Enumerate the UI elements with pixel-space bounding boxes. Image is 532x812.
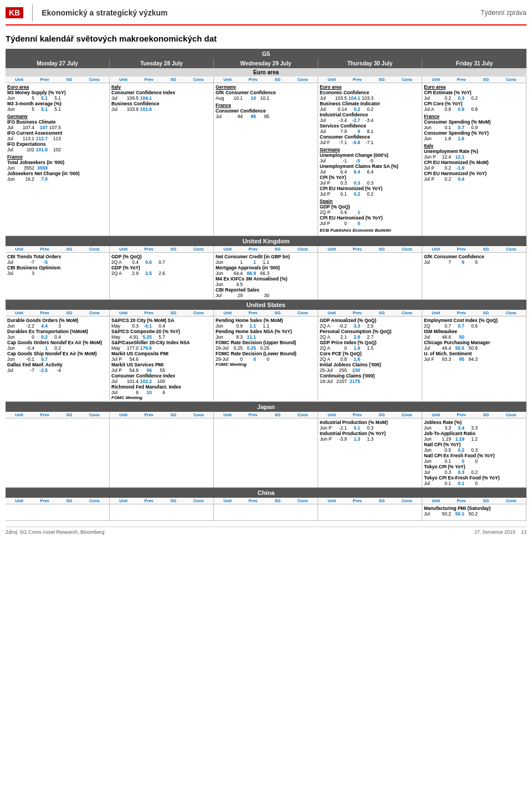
- euro-unit-headers: Unit Prev SG Cons Unit Prev SG Cons Unit…: [6, 76, 526, 83]
- euro-unit-thu: Unit Prev SG Cons: [318, 76, 422, 83]
- japan-thu-cell: Industrial Production (% MoM) Jun P -2.1…: [318, 418, 422, 488]
- japan-mon-cell: [6, 418, 110, 488]
- uk-unit-fri: Unit Prev SG Cons: [422, 246, 526, 253]
- japan-unit-headers: Unit Prev SG Cons Unit Prev SG Cons Unit…: [6, 412, 526, 418]
- japan-unit-tue: Unit Prev SG Cons: [110, 412, 214, 418]
- uk-wed-cell: Net Consumer Credit (in GBP bn) Jun 1 1 …: [214, 253, 318, 300]
- china-thu-cell: [318, 504, 422, 521]
- day-fri: Friday 31 July: [422, 59, 526, 68]
- euro-unit-fri: Unit Prev SG Cons: [422, 76, 526, 83]
- us-unit-wed: Unit Prev SG Cons: [214, 310, 318, 316]
- header-title: Ekonomický a strategický výzkum: [42, 8, 167, 17]
- japan-wed-cell: [214, 418, 318, 488]
- day-tue: Tuesday 28 July: [110, 59, 214, 68]
- us-unit-tue: Unit Prev SG Cons: [110, 310, 214, 316]
- china-mon-cell: [6, 504, 110, 521]
- japan-unit-mon: Unit Prev SG Cons: [6, 412, 110, 418]
- euro-mon-region2: Germany IFO Business Climate Jul 107.4 1…: [7, 114, 108, 152]
- china-unit-wed: Unit Prev SG Cons: [214, 498, 318, 504]
- china-unit-fri: Unit Prev SG Cons: [422, 498, 526, 504]
- us-body: Durable Goods Orders (% MoM) Jun -2.2 4.…: [6, 316, 526, 402]
- japan-unit-thu: Unit Prev SG Cons: [318, 412, 422, 418]
- header-subtitle: Týdenní zpráva: [480, 9, 526, 17]
- uk-thu-cell: [318, 253, 422, 300]
- uk-unit-thu: Unit Prev SG Cons: [318, 246, 422, 253]
- us-thu-cell: GDP Annualized (% QoQ) 2Q A -0.2 3.3 2.5…: [318, 316, 422, 402]
- g5-band: G5: [6, 49, 526, 59]
- japan-tue-cell: [110, 418, 214, 488]
- euro-tue-cell: Italy Consumer Confidence Index Jul 109.…: [110, 83, 214, 236]
- uk-unit-mon: Unit Prev SG Cons: [6, 246, 110, 253]
- euro-thu-region1: Euro area Economic Confidence Jul 103.5 …: [320, 84, 420, 145]
- euro-unit-mon: Unit Prev SG Cons: [6, 76, 110, 83]
- japan-band: Japan: [6, 402, 526, 412]
- euro-mon-region1: Euro area M3 Money Supply (% YoY) Jun 5 …: [7, 84, 108, 112]
- logo: KB: [6, 7, 23, 18]
- china-body: Manufacturing PMI (Saturday) Jul 50.2 50…: [6, 504, 526, 521]
- day-mon: Monday 27 July: [6, 59, 110, 68]
- us-unit-mon: Unit Prev SG Cons: [6, 310, 110, 316]
- footer: Zdroj: SG Cross Asset Research, Bloomber…: [6, 527, 526, 535]
- euro-fri-region3: Italy Unemployment Rate (%) Jun P 12.4 1…: [424, 143, 524, 182]
- japan-unit-wed: Unit Prev SG Cons: [214, 412, 318, 418]
- euro-fri-region2: France Consumer Spending (% MoM) Jun 0.1…: [424, 114, 524, 141]
- header: KB Ekonomický a strategický výzkum Týden…: [6, 4, 526, 25]
- day-headers: Monday 27 July Tuesday 28 July Wednesday…: [6, 59, 526, 68]
- day-thu: Thursday 30 July: [318, 59, 422, 68]
- euro-thu-region3: Spain GDP (% QoQ) 2Q P 0.9 1 CPI EU Harm…: [320, 198, 420, 226]
- us-unit-fri: Unit Prev SG Cons: [422, 310, 526, 316]
- us-unit-thu: Unit Prev SG Cons: [318, 310, 422, 316]
- china-unit-tue: Unit Prev SG Cons: [110, 498, 214, 504]
- euro-unit-wed: Unit Prev SG Cons: [214, 76, 318, 83]
- euro-fri-cell: Euro area CPI Estimate (% YoY) Jul 0.2 0…: [422, 83, 526, 236]
- us-band: United States: [6, 300, 526, 310]
- day-wed: Wednesday 29 July: [214, 59, 318, 68]
- euro-unit-tue: Unit Prev SG Cons: [110, 76, 214, 83]
- japan-fri-cell: Jobless Rate (%) Jun 3.3 3.4 3.3 Job-To-…: [422, 418, 526, 488]
- us-fri-cell: Employment Cost Index (% QoQ) 2Q 0.7 0.7…: [422, 316, 526, 402]
- uk-band: United Kingdom: [6, 236, 526, 246]
- us-mon-cell: Durable Goods Orders (% MoM) Jun -2.2 4.…: [6, 316, 110, 402]
- euro-thu-ecb: ECB Publishes Economic Bulletin: [320, 228, 420, 233]
- euro-mon-cell: Euro area M3 Money Supply (% YoY) Jun 5 …: [6, 83, 110, 236]
- china-unit-thu: Unit Prev SG Cons: [318, 498, 422, 504]
- euro-wed-cell: Germany GfK Consumer Confidence Aug 10.1…: [214, 83, 318, 236]
- euro-wed-region1: Germany GfK Consumer Confidence Aug 10.1…: [216, 84, 316, 101]
- us-unit-headers: Unit Prev SG Cons Unit Prev SG Cons Unit…: [6, 310, 526, 316]
- uk-body: CBI Trends Total Orders Jul -7 -5 CBI Bu…: [6, 253, 526, 300]
- footer-source: Zdroj: SG Cross Asset Research, Bloomber…: [6, 529, 105, 535]
- footer-date-page: 27. července 2015 13: [474, 529, 526, 535]
- euro-mon-region3: France Total Jobseekers (in '000) Jun 35…: [7, 154, 108, 182]
- china-wed-cell: [214, 504, 318, 521]
- page: KB Ekonomický a strategický výzkum Týden…: [0, 0, 532, 539]
- us-wed-cell: Pending Home Sales (% MoM) Jun 0.9 1.1 1…: [214, 316, 318, 402]
- uk-tue-cell: GDP (% QoQ) 2Q A 0.4 0.6 0.7 GDP (% YoY)…: [110, 253, 214, 300]
- euro-tue-region1: Italy Consumer Confidence Index Jul 109.…: [111, 84, 212, 112]
- uk-unit-tue: Unit Prev SG Cons: [110, 246, 214, 253]
- kb-logo-box: KB: [6, 7, 23, 18]
- euro-thu-cell: Euro area Economic Confidence Jul 103.5 …: [318, 83, 422, 236]
- euro-area-band: Euro area: [6, 68, 526, 76]
- us-tue-cell: S&P/CS 20 City (% MoM) SA May 0.3 -0.1 0…: [110, 316, 214, 402]
- china-unit-mon: Unit Prev SG Cons: [6, 498, 110, 504]
- china-band: China: [6, 488, 526, 498]
- japan-body: Industrial Production (% MoM) Jun P -2.1…: [6, 418, 526, 488]
- uk-unit-headers: Unit Prev SG Cons Unit Prev SG Cons Unit…: [6, 246, 526, 253]
- euro-wed-region2: France Consumer Confidence Jul 94 95 95: [216, 103, 316, 119]
- euro-thu-region2: Germany Unemployment Change (000's) Jul …: [320, 147, 420, 197]
- japan-unit-fri: Unit Prev SG Cons: [422, 412, 526, 418]
- china-tue-cell: [110, 504, 214, 521]
- uk-mon-cell: CBI Trends Total Orders Jul -7 -5 CBI Bu…: [6, 253, 110, 300]
- china-fri-cell: Manufacturing PMI (Saturday) Jul 50.2 50…: [422, 504, 526, 521]
- china-unit-headers: Unit Prev SG Cons Unit Prev SG Cons Unit…: [6, 498, 526, 504]
- footer-page: 13: [521, 529, 526, 535]
- uk-fri-cell: GfK Consumer Confidence Jul 7 9 5: [422, 253, 526, 300]
- euro-fri-region1: Euro area CPI Estimate (% YoY) Jul 0.2 0…: [424, 84, 524, 112]
- page-title: Týdenní kalendář světových makroekonomic…: [6, 34, 526, 43]
- header-divider: [32, 4, 33, 21]
- uk-unit-wed: Unit Prev SG Cons: [214, 246, 318, 253]
- footer-date: 27. července 2015: [474, 529, 515, 535]
- euro-body: Euro area M3 Money Supply (% YoY) Jun 5 …: [6, 83, 526, 236]
